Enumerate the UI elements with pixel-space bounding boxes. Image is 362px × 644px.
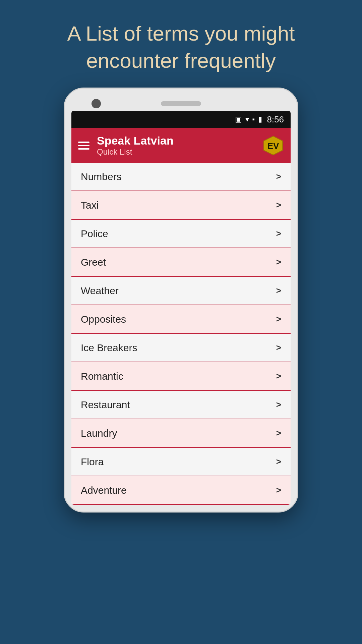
list-item-label: Taxi — [81, 200, 99, 211]
list-item-arrow-icon: > — [276, 171, 281, 182]
list-item-label: Ice Breakers — [81, 342, 137, 354]
app-bar: Speak Latvian Quick List EV — [71, 128, 291, 163]
list-item-label: Laundry — [81, 428, 117, 439]
hamburger-menu[interactable] — [78, 142, 89, 150]
list-item-arrow-icon: > — [276, 285, 281, 296]
list-item-label: Greet — [81, 257, 106, 268]
list-container: Numbers>Taxi>Police>Greet>Weather>Opposi… — [71, 163, 291, 505]
list-item[interactable]: Police> — [71, 220, 291, 248]
list-item-label: Weather — [81, 285, 119, 297]
list-item-arrow-icon: > — [276, 200, 281, 210]
hamburger-line-1 — [78, 142, 89, 143]
list-item[interactable]: Restaurant> — [71, 391, 291, 419]
list-item[interactable]: Opposites> — [71, 305, 291, 334]
app-logo: EV — [262, 135, 284, 156]
phone-speaker — [161, 101, 201, 106]
list-item-arrow-icon: > — [276, 342, 281, 353]
status-bar: ▣ ▾ ▪ ▮ 8:56 — [71, 111, 291, 128]
wifi-icon: ▾ — [245, 115, 249, 124]
list-item-label: Numbers — [81, 171, 122, 182]
list-item[interactable]: Laundry> — [71, 419, 291, 448]
list-item[interactable]: Numbers> — [71, 163, 291, 191]
list-item-arrow-icon: > — [276, 457, 281, 467]
list-item-label: Adventure — [81, 485, 127, 496]
list-item-label: Romantic — [81, 371, 123, 382]
battery-icon: ▮ — [258, 115, 262, 124]
app-bar-titles: Speak Latvian Quick List — [97, 134, 255, 157]
list-item[interactable]: Romantic> — [71, 362, 291, 391]
list-item-arrow-icon: > — [276, 485, 281, 495]
list-item-arrow-icon: > — [276, 314, 281, 324]
list-item-label: Opposites — [81, 314, 126, 325]
app-subtitle: Quick List — [97, 147, 255, 157]
signal-icon: ▪ — [252, 115, 255, 124]
vibrate-icon: ▣ — [235, 115, 242, 124]
list-item-label: Police — [81, 228, 108, 239]
list-item-arrow-icon: > — [276, 257, 281, 267]
svg-text:EV: EV — [267, 141, 279, 151]
list-item-label: Restaurant — [81, 399, 130, 411]
status-icons: ▣ ▾ ▪ ▮ — [235, 115, 262, 124]
list-item[interactable]: Taxi> — [71, 191, 291, 220]
list-item[interactable]: Weather> — [71, 277, 291, 305]
list-item-arrow-icon: > — [276, 228, 281, 239]
list-item-arrow-icon: > — [276, 428, 281, 438]
list-item-arrow-icon: > — [276, 371, 281, 381]
hamburger-line-2 — [78, 145, 89, 146]
page-header: A List of terms you might encounter freq… — [0, 0, 362, 88]
hamburger-line-3 — [78, 148, 89, 150]
phone-top-bar — [71, 95, 291, 111]
list-item-label: Flora — [81, 456, 104, 468]
list-item-arrow-icon: > — [276, 399, 281, 410]
phone-frame: ▣ ▾ ▪ ▮ 8:56 Speak Latvian Quick List EV — [64, 88, 298, 513]
list-item[interactable]: Ice Breakers> — [71, 334, 291, 362]
list-item[interactable]: Greet> — [71, 248, 291, 277]
phone-camera — [92, 99, 101, 108]
status-time: 8:56 — [267, 114, 284, 125]
list-item[interactable]: Adventure> — [71, 476, 291, 505]
phone-screen: ▣ ▾ ▪ ▮ 8:56 Speak Latvian Quick List EV — [71, 111, 291, 505]
app-title: Speak Latvian — [97, 134, 255, 147]
list-item[interactable]: Flora> — [71, 448, 291, 476]
